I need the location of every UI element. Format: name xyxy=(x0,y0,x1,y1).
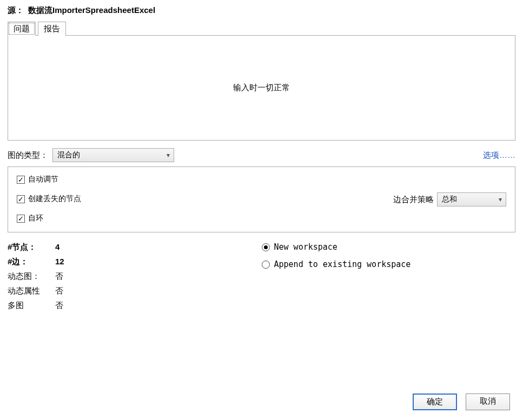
checkbox-create-missing-label: 创建丢失的节点 xyxy=(28,194,81,204)
radio-new-workspace[interactable] xyxy=(262,243,270,251)
stat-edges-value: 12 xyxy=(55,257,64,267)
source-label: 源： xyxy=(8,5,24,15)
checkbox-selfloop-row[interactable]: 自环 xyxy=(17,214,393,223)
radio-new-workspace-label: New workspace xyxy=(274,242,337,252)
radio-append-label: Append to existing workspace xyxy=(274,259,411,269)
radio-append[interactable] xyxy=(262,261,270,269)
stat-dynattr-value: 否 xyxy=(55,286,63,296)
merge-strategy-select[interactable]: 总和 xyxy=(437,192,506,206)
radio-append-row[interactable]: Append to existing workspace xyxy=(262,259,516,269)
options-link[interactable]: 选项…… xyxy=(483,150,515,161)
stat-nodes-value: 4 xyxy=(55,242,59,252)
graph-type-label: 图的类型： xyxy=(8,150,48,161)
merge-strategy-label: 边合并策略 xyxy=(393,195,434,205)
stat-dynattr-label: 动态属性 xyxy=(8,286,55,296)
radio-new-workspace-row[interactable]: New workspace xyxy=(262,242,516,252)
checkbox-auto-adjust[interactable] xyxy=(17,176,25,184)
stat-nodes-label: #节点： xyxy=(8,242,55,252)
checkbox-selfloop-label: 自环 xyxy=(28,214,43,223)
checkbox-selfloop[interactable] xyxy=(17,215,25,223)
stat-dyngraph-value: 否 xyxy=(55,271,63,282)
checkbox-create-missing-row[interactable]: 创建丢失的节点 xyxy=(17,194,393,204)
workspace-block: New workspace Append to existing workspa… xyxy=(262,240,516,315)
source-row: 源：数据流ImporterSpreadsheetExcel xyxy=(8,5,515,16)
stat-multigraph-label: 多图 xyxy=(8,301,55,311)
stat-dyngraph-label: 动态图： xyxy=(8,271,55,282)
cancel-button[interactable]: 取消 xyxy=(466,394,510,410)
tabs: 问题 报告 输入时一切正常 xyxy=(8,21,515,141)
checkbox-auto-adjust-label: 自动调节 xyxy=(28,175,58,184)
checkbox-auto-adjust-row[interactable]: 自动调节 xyxy=(17,175,393,184)
tab-report[interactable]: 报告 xyxy=(38,22,66,36)
tab-panel: 输入时一切正常 xyxy=(8,35,515,141)
stat-multigraph-value: 否 xyxy=(55,301,63,311)
stats-block: #节点：4 #边：12 动态图：否 动态属性否 多图否 xyxy=(8,240,262,315)
graph-type-select[interactable]: 混合的 xyxy=(52,148,174,162)
stat-edges-label: #边： xyxy=(8,257,55,267)
panel-message: 输入时一切正常 xyxy=(233,83,290,93)
checkbox-create-missing[interactable] xyxy=(17,195,25,203)
source-value: 数据流ImporterSpreadsheetExcel xyxy=(28,5,155,15)
tab-problems[interactable]: 问题 xyxy=(8,22,36,36)
options-box: 自动调节 创建丢失的节点 自环 边合并策略 总和 ▾ xyxy=(8,166,515,232)
ok-button[interactable]: 确定 xyxy=(413,394,457,410)
